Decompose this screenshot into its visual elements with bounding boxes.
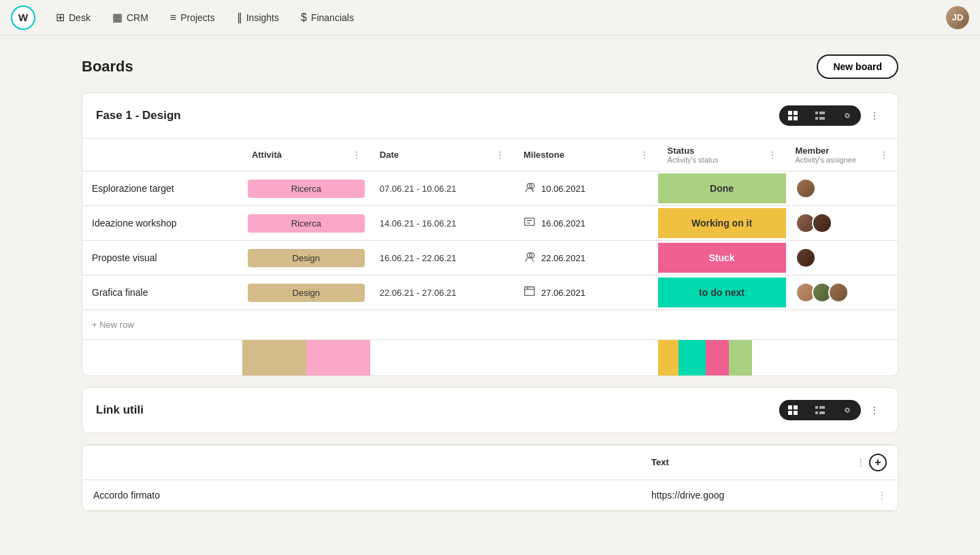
row-2-milestone-date: 22.06.2021: [541, 253, 585, 263]
milestone-icon: [523, 285, 536, 300]
row-0-milestone-date: 10.06.2021: [541, 184, 585, 194]
th-milestone: Milestone ⋮: [514, 139, 657, 171]
row-2-milestone: 22.06.2021: [514, 241, 657, 275]
svg-rect-18: [815, 406, 818, 409]
row-3-activity: Design: [242, 275, 370, 310]
th-date-label: Date: [380, 150, 399, 160]
new-row-trigger[interactable]: + New row: [82, 310, 898, 340]
th-activity-label: Attività: [252, 150, 282, 160]
table-row-2: Proposte visual Design 16.06.21 - 22.06.…: [82, 241, 898, 275]
nav-financials-label: Financials: [311, 12, 354, 23]
svg-rect-4: [815, 112, 818, 114]
new-board-button[interactable]: New board: [817, 54, 898, 79]
link-row-1: Accordo firmato https://drive.goog ⋮: [82, 480, 898, 510]
user-avatar[interactable]: JD: [946, 6, 969, 29]
svg-rect-15: [794, 405, 798, 409]
link-view-button-2[interactable]: [834, 400, 861, 420]
grid-icon-2: [787, 405, 798, 416]
row-2-member-inner: [786, 241, 898, 275]
board2-table: Text ⋮ + Accordo firmato: [82, 445, 898, 511]
add-column-button[interactable]: +: [869, 454, 887, 471]
row-0-milestone-inner: 10.06.2021: [514, 171, 657, 205]
activity-badge: Ricerca: [248, 180, 365, 198]
row-1-activity: Ricerca: [242, 206, 370, 241]
svg-rect-2: [788, 116, 792, 120]
row-2-date: 16.06.21 - 22.06.21: [370, 241, 514, 275]
grid-view-button[interactable]: [779, 105, 806, 126]
list-view-button-2[interactable]: [806, 400, 834, 420]
row-1-date: 14.06.21 - 16.06.21: [370, 206, 514, 241]
row-3-name: Grafica finale: [82, 275, 242, 310]
row-2-member: [786, 241, 898, 275]
link-th-text-label: Text: [651, 457, 669, 467]
nav-projects-label: Projects: [180, 12, 215, 23]
board2-more-button[interactable]: ⋮: [865, 401, 884, 420]
row-2-badge: Design: [242, 242, 370, 274]
row-3-member: [786, 275, 898, 310]
nav-crm[interactable]: ▦ CRM: [103, 7, 158, 28]
board2-table-card: Text ⋮ + Accordo firmato: [82, 444, 898, 511]
status-badge: Stuck: [658, 243, 786, 273]
table-header-row: Attività ⋮ Date ⋮ Milestone ⋮: [82, 139, 898, 171]
list-icon-2: [815, 405, 826, 416]
avatar-stack: [796, 178, 888, 199]
row-0-badge: Ricerca: [242, 173, 370, 205]
date-col-menu[interactable]: ⋮: [495, 150, 504, 160]
status-badge: to do next: [658, 278, 786, 307]
row-0-date-text: 07.06.21 - 10.06.21: [370, 174, 514, 203]
summary-name-cell: [82, 340, 242, 375]
text-col-menu[interactable]: ⋮: [856, 457, 865, 467]
new-row-label[interactable]: + New row: [82, 310, 898, 339]
th-activity: Attività ⋮: [242, 139, 370, 171]
summary-milestone-cell: [514, 340, 657, 375]
avatar-stack: [796, 248, 888, 268]
activity-badge: Design: [248, 284, 365, 302]
logo-icon[interactable]: W: [11, 5, 35, 30]
link-row-1-menu[interactable]: ⋮: [877, 490, 887, 501]
board-fase1-controls: ⋮: [779, 105, 884, 126]
summary-member-cell: [786, 340, 898, 375]
link-row-1-name-text: Accordo firmato: [93, 490, 160, 501]
grid-view-button-2[interactable]: [779, 400, 806, 420]
link-view-button[interactable]: [834, 105, 861, 126]
svg-rect-7: [819, 117, 825, 120]
table-row-3: Grafica finale Design 22.06.21 - 27.06.2…: [82, 275, 898, 310]
th-member-sub: Activity's assignee: [796, 156, 857, 164]
page-title: Boards: [82, 58, 133, 75]
nav-insights[interactable]: ∥ Insights: [227, 7, 289, 28]
row-1-milestone-date: 16.06.2021: [541, 218, 585, 229]
activity-col-menu[interactable]: ⋮: [352, 150, 361, 160]
row-1-milestone-inner: 16.06.2021: [514, 206, 657, 240]
activity-badge: Design: [248, 249, 365, 267]
th-member: Member Activity's assignee ⋮: [786, 139, 898, 171]
row-3-milestone-date: 27.06.2021: [541, 288, 585, 298]
row-2-date-text: 16.06.21 - 22.06.21: [370, 243, 514, 273]
summary-yellow: [658, 340, 679, 375]
list-view-button[interactable]: [806, 105, 834, 126]
status-col-menu[interactable]: ⋮: [768, 150, 777, 160]
row-3-name-text: Grafica finale: [82, 278, 242, 307]
milestone-col-menu[interactable]: ⋮: [640, 150, 649, 160]
svg-rect-21: [819, 411, 825, 414]
row-3-milestone: 27.06.2021: [514, 275, 657, 310]
row-1-name-text: Ideazione workshop: [82, 208, 242, 238]
row-0-activity: Ricerca: [242, 171, 370, 206]
nav-desk[interactable]: ⊞ Desk: [46, 7, 100, 28]
nav-financials[interactable]: $ Financials: [291, 7, 363, 28]
row-3-date-text: 22.06.21 - 27.06.21: [370, 278, 514, 307]
svg-rect-20: [815, 411, 818, 414]
row-1-status: Working on it: [658, 206, 786, 241]
board1-table: Attività ⋮ Date ⋮ Milestone ⋮: [82, 138, 898, 375]
avatar: [812, 213, 832, 233]
summary-row: [82, 340, 898, 375]
row-2-name-text: Proposte visual: [82, 243, 242, 273]
board-more-button[interactable]: ⋮: [865, 106, 884, 125]
row-2-name: Proposte visual: [82, 241, 242, 275]
svg-rect-3: [794, 116, 798, 120]
nav-projects[interactable]: ≡ Projects: [161, 7, 225, 28]
projects-icon: ≡: [170, 12, 176, 24]
link-th-name: [82, 445, 640, 480]
view-toggle: [779, 105, 861, 126]
member-col-menu[interactable]: ⋮: [879, 150, 888, 160]
row-2-activity: Design: [242, 241, 370, 275]
